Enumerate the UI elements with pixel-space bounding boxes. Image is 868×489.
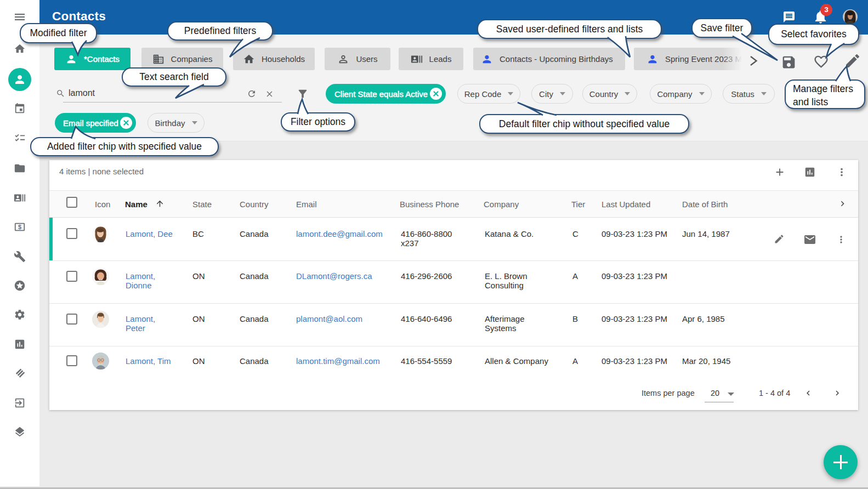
svg-text:$: $	[18, 224, 21, 230]
